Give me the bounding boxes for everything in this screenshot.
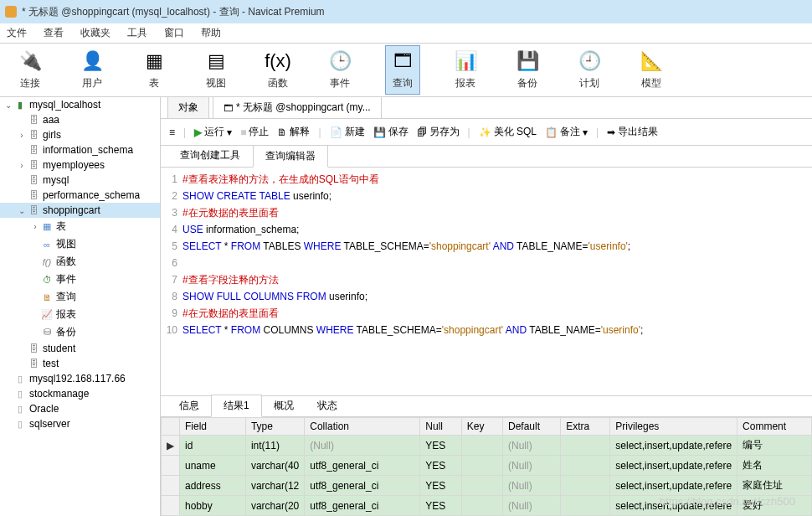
- table-row[interactable]: hobbyvarchar(20utf8_general_ciYES(Null)s…: [162, 496, 812, 516]
- sql-editor[interactable]: 12345678910 #查看表注释的方法，在生成的SQL语句中看SHOW CR…: [161, 168, 812, 395]
- tree-item[interactable]: ⌄🗄shoppingcart: [0, 203, 160, 218]
- toolbar-连接[interactable]: 🔌连接: [13, 46, 47, 94]
- subtab[interactable]: 查询创建工具: [167, 144, 253, 167]
- grid-cell[interactable]: varchar(20: [245, 496, 304, 516]
- tree-item[interactable]: ›🗄myemployees: [0, 157, 160, 173]
- result-tab[interactable]: 结果1: [211, 395, 262, 417]
- code-area[interactable]: #查看表注释的方法，在生成的SQL语句中看SHOW CREATE TABLE u…: [182, 171, 812, 392]
- toolbar-报表[interactable]: 📊报表: [449, 46, 482, 94]
- save-button[interactable]: 💾 保存: [373, 125, 409, 139]
- tree-toggle[interactable]: ›: [17, 131, 27, 140]
- toolbar-备份[interactable]: 💾备份: [511, 46, 544, 94]
- menu-item[interactable]: 窗口: [164, 26, 184, 40]
- table-row[interactable]: addressvarchar(12utf8_general_ciYES(Null…: [162, 476, 812, 496]
- grid-cell[interactable]: (Null): [503, 436, 561, 456]
- grid-cell[interactable]: 编号: [737, 436, 812, 456]
- grid-cell[interactable]: uname: [180, 456, 246, 476]
- grid-cell[interactable]: [461, 436, 502, 456]
- grid-cell[interactable]: [561, 436, 610, 456]
- grid-cell[interactable]: utf8_general_ci: [305, 496, 420, 516]
- grid-header[interactable]: Collation: [305, 418, 420, 436]
- new-button[interactable]: 📄 新建: [330, 125, 365, 139]
- menu-item[interactable]: 收藏夹: [80, 26, 110, 40]
- grid-cell[interactable]: varchar(40: [245, 456, 304, 476]
- grid-cell[interactable]: 爱好: [737, 496, 812, 516]
- menu-item[interactable]: 帮助: [201, 26, 221, 40]
- tree-item[interactable]: f()函数: [0, 253, 160, 271]
- explain-button[interactable]: 🗎 解释: [277, 125, 310, 139]
- tree-item[interactable]: 🗄mysql: [0, 173, 160, 188]
- tree-item[interactable]: ▯sqlserver: [0, 416, 160, 431]
- grid-cell[interactable]: select,insert,update,refere: [610, 436, 737, 456]
- tree-item[interactable]: ∞视图: [0, 235, 160, 253]
- grid-cell[interactable]: YES: [420, 496, 461, 516]
- tree-item[interactable]: 🗎查询: [0, 288, 160, 306]
- grid-cell[interactable]: [561, 456, 610, 476]
- grid-cell[interactable]: YES: [420, 436, 461, 456]
- toolbar-视图[interactable]: ▤视图: [199, 46, 233, 94]
- grid-header[interactable]: Extra: [561, 418, 610, 436]
- grid-header[interactable]: Field: [180, 418, 246, 436]
- grid-cell[interactable]: id: [180, 436, 246, 456]
- grid-cell[interactable]: 家庭住址: [737, 476, 812, 496]
- grid-cell[interactable]: varchar(12: [245, 476, 304, 496]
- tree-item[interactable]: 🗄aaa: [0, 112, 160, 127]
- result-tab[interactable]: 概况: [262, 395, 306, 416]
- grid-cell[interactable]: hobby: [180, 496, 246, 516]
- tree-item[interactable]: ⏱事件: [0, 271, 160, 288]
- toolbar-函数[interactable]: f(x)函数: [261, 46, 295, 94]
- toolbar-表[interactable]: ▦表: [137, 46, 171, 94]
- grid-header[interactable]: Default: [503, 418, 561, 436]
- grid-cell[interactable]: [461, 456, 502, 476]
- subtab[interactable]: 查询编辑器: [253, 145, 328, 168]
- grid-cell[interactable]: select,insert,update,refere: [610, 456, 737, 476]
- menu-icon[interactable]: ≡: [169, 126, 175, 138]
- grid-cell[interactable]: 姓名: [737, 456, 812, 476]
- grid-cell[interactable]: YES: [420, 476, 461, 496]
- grid-cell[interactable]: utf8_general_ci: [305, 456, 420, 476]
- connection-tree[interactable]: ⌄▮mysql_localhost🗄aaa›🗄girls🗄information…: [0, 97, 161, 516]
- tree-toggle[interactable]: ›: [30, 222, 40, 231]
- grid-cell[interactable]: int(11): [245, 436, 304, 456]
- tree-item[interactable]: 🗄student: [0, 341, 160, 356]
- result-tab[interactable]: 信息: [167, 395, 211, 416]
- grid-cell[interactable]: select,insert,update,refere: [610, 476, 737, 496]
- saveas-button[interactable]: 🗐 另存为: [417, 125, 460, 139]
- table-row[interactable]: unamevarchar(40utf8_general_ciYES(Null)s…: [162, 456, 812, 476]
- tree-item[interactable]: ›▦表: [0, 218, 160, 235]
- toolbar-事件[interactable]: 🕒事件: [323, 46, 357, 94]
- tree-toggle[interactable]: ›: [17, 161, 27, 170]
- tree-item[interactable]: ⛁备份: [0, 323, 160, 341]
- menu-item[interactable]: 文件: [7, 26, 27, 40]
- tree-item[interactable]: 🗄test: [0, 356, 160, 371]
- menu-item[interactable]: 工具: [127, 26, 147, 40]
- stop-button[interactable]: ■停止: [240, 125, 269, 139]
- run-button[interactable]: ▶运行 ▾: [194, 125, 232, 139]
- toolbar-查询[interactable]: 🗔查询: [385, 45, 420, 95]
- editor-tab[interactable]: 对象: [167, 96, 209, 118]
- grid-header[interactable]: Key: [461, 418, 502, 436]
- grid-cell[interactable]: [561, 476, 610, 496]
- table-row[interactable]: ▶idint(11)(Null)YES(Null)select,insert,u…: [162, 436, 812, 456]
- note-button[interactable]: 📋 备注 ▾: [545, 125, 588, 139]
- toolbar-模型[interactable]: 📐模型: [635, 46, 668, 94]
- menu-item[interactable]: 查看: [44, 26, 64, 40]
- grid-cell[interactable]: (Null): [503, 456, 561, 476]
- grid-cell[interactable]: [461, 496, 502, 516]
- grid-cell[interactable]: (Null): [503, 496, 561, 516]
- grid-cell[interactable]: [561, 496, 610, 516]
- grid-cell[interactable]: YES: [420, 456, 461, 476]
- tree-toggle[interactable]: ⌄: [17, 206, 27, 215]
- tree-item[interactable]: 📈报表: [0, 306, 160, 323]
- grid-cell[interactable]: (Null): [503, 476, 561, 496]
- grid-cell[interactable]: address: [180, 476, 246, 496]
- grid-header[interactable]: Privileges: [610, 418, 737, 436]
- tree-item[interactable]: ›🗄girls: [0, 127, 160, 142]
- result-tab[interactable]: 状态: [306, 395, 349, 416]
- tree-item[interactable]: 🗄information_schema: [0, 142, 160, 157]
- grid-header[interactable]: Comment: [737, 418, 812, 436]
- grid-cell[interactable]: utf8_general_ci: [305, 476, 420, 496]
- toolbar-计划[interactable]: 🕘计划: [573, 46, 606, 94]
- tree-item[interactable]: ▯Oracle: [0, 401, 160, 416]
- tree-item[interactable]: ▯mysql192.168.117.66: [0, 371, 160, 386]
